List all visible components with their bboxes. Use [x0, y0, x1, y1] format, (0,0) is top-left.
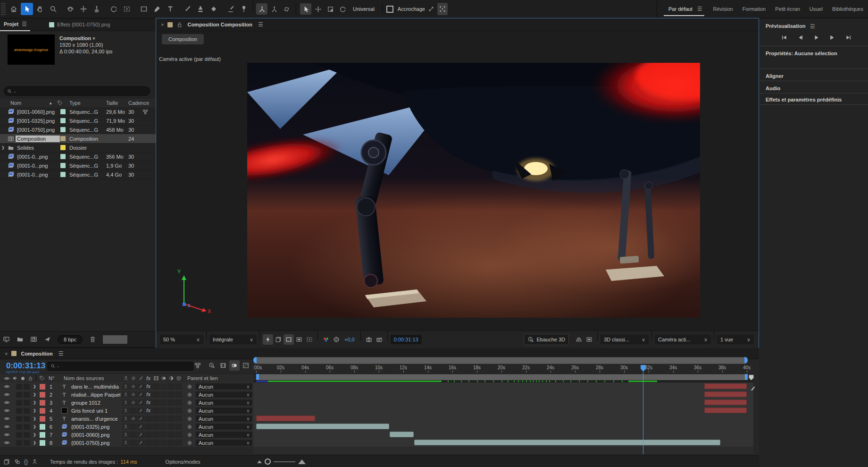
layer-toggle-cell[interactable] [24, 392, 30, 398]
project-item-row[interactable]: {0001-0...pngSéquenc...G4,4 Go30 [0, 170, 156, 179]
layer-switch-empty[interactable] [175, 432, 182, 438]
view-axis-mode[interactable] [281, 3, 292, 15]
layer-source-name[interactable]: {0001-0060}.png [71, 432, 120, 438]
preview-menu-icon[interactable]: ☰ [810, 23, 815, 30]
column-rate[interactable]: Cadence [128, 100, 149, 106]
timeline-navigator-bar[interactable] [253, 357, 748, 364]
layer-row[interactable]: ❯6{0001-0325}.pngundefinedAucun∨ [0, 423, 253, 431]
layer-expand-icon[interactable]: ❯ [33, 433, 36, 437]
parent-pickwhip-icon[interactable] [187, 440, 192, 446]
layer-switch-person[interactable] [122, 383, 129, 390]
label-color-swatch[interactable] [60, 136, 66, 141]
next-frame-button[interactable] [826, 34, 838, 41]
layer-toggle-cell[interactable] [24, 440, 30, 446]
label-column-icon[interactable] [39, 375, 45, 381]
hand-tool[interactable] [34, 3, 46, 15]
info-caret-icon[interactable]: ▾ [92, 35, 95, 41]
puppet-pin-tool[interactable] [238, 3, 250, 15]
zoom-slider-handle[interactable] [265, 459, 271, 465]
layer-switch-person[interactable] [122, 416, 129, 422]
layer-color-swatch[interactable] [40, 392, 45, 398]
orbit-camera-tool[interactable] [64, 3, 76, 15]
source-name-column-label[interactable]: Nom des sources [64, 375, 104, 381]
new-composition-icon[interactable] [30, 336, 37, 343]
layer-switch-sun[interactable] [130, 383, 137, 390]
layer-switch-empty[interactable] [152, 432, 159, 438]
layer-switch-sun[interactable] [130, 416, 137, 422]
layer-switch-empty[interactable] [175, 391, 182, 398]
switch-column-blurpair-icon[interactable] [160, 375, 167, 382]
layer-switch-cube[interactable]: undefined [175, 416, 182, 422]
layer-switch-sun[interactable] [130, 399, 137, 406]
layer-toggle-cell[interactable] [16, 416, 22, 422]
parent-pickwhip-icon[interactable] [187, 400, 192, 406]
layer-color-swatch[interactable] [40, 424, 45, 430]
label-color-swatch[interactable] [60, 154, 66, 159]
layer-switch-empty[interactable] [145, 424, 152, 430]
viewer-timecode[interactable]: 0:00:31:13 [391, 335, 422, 344]
snapping-label[interactable]: Accrochage [398, 6, 425, 12]
work-area-start-handle[interactable] [256, 374, 259, 380]
parent-dropdown[interactable]: Aucun∨ [196, 391, 252, 398]
parent-pickwhip-icon[interactable] [187, 432, 192, 438]
layer-switch-empty[interactable] [152, 408, 159, 414]
project-item-row[interactable]: [0001-0325].pngSéquenc...G71,9 Mo30 [0, 116, 156, 126]
navigator-right-handle[interactable] [744, 357, 748, 363]
layer-switch-blur[interactable]: undefined [160, 416, 167, 422]
layer-switch-empty[interactable] [130, 440, 137, 446]
layer-visibility-icon[interactable] [4, 432, 10, 438]
delete-item-icon[interactable] [89, 336, 96, 343]
interpret-footage-icon[interactable] [3, 336, 10, 343]
pan-camera-tool[interactable] [77, 3, 90, 15]
go-to-start-button[interactable] [778, 34, 790, 41]
lock-column-icon[interactable] [28, 376, 33, 381]
parent-dropdown[interactable]: Aucun∨ [196, 416, 252, 422]
magnification-dropdown[interactable]: 50 %∨ [160, 335, 203, 344]
region-of-interest-icon[interactable] [294, 334, 304, 345]
audio-column-icon[interactable] [12, 375, 18, 381]
label-color-swatch[interactable] [60, 172, 66, 177]
layer-duration-bar[interactable] [256, 424, 389, 429]
solo-column-icon[interactable] [21, 377, 25, 380]
workspace-tab-petit-cran[interactable]: Petit écran [770, 6, 805, 12]
previous-frame-button[interactable] [794, 34, 806, 41]
layer-switch-empty[interactable] [130, 408, 137, 414]
layer-expand-icon[interactable]: ❯ [33, 408, 36, 413]
panel-menu-icon[interactable]: ☰ [22, 21, 26, 27]
views-dropdown[interactable]: 1 vue∨ [717, 335, 754, 344]
switch-column-film-icon[interactable] [152, 375, 159, 382]
layer-color-swatch[interactable] [40, 440, 45, 446]
selected-item-name[interactable]: Composition [59, 35, 91, 41]
project-item-row[interactable]: [0001-0750].pngSéquenc...G458 Mo30 [0, 125, 156, 135]
layer-toggle-cell[interactable] [24, 408, 30, 414]
timeline-search-input[interactable]: ⌄ [47, 362, 193, 371]
label-color-swatch[interactable] [60, 145, 66, 150]
viewport-image[interactable] [247, 63, 700, 318]
layer-duration-bar[interactable] [256, 416, 315, 421]
layer-toggle-cell[interactable] [16, 440, 22, 446]
layer-row[interactable]: ❯2réalisé...ilippe PaquetfxundefinedAucu… [0, 391, 253, 399]
draft-3d-toggle-icon[interactable] [207, 360, 217, 371]
audio-panel-title[interactable]: Audio [766, 85, 780, 91]
label-color-swatch[interactable] [60, 109, 66, 114]
sort-ascending-icon[interactable]: ▲ [49, 101, 52, 105]
layer-visibility-icon[interactable] [4, 440, 10, 446]
number-column-label[interactable]: N° [49, 375, 54, 381]
options-modes-toggle[interactable]: Options/modes [166, 459, 200, 465]
layer-switch-empty[interactable] [152, 424, 159, 430]
draft-3d-button[interactable]: Ebauche 3D [524, 334, 569, 345]
layer-switch-sun[interactable] [130, 391, 137, 398]
layer-expand-icon[interactable]: ❯ [33, 392, 36, 397]
layer-source-name[interactable]: {0001-0750}.png [71, 440, 120, 446]
layer-switch-empty[interactable] [130, 424, 137, 430]
project-item-name[interactable]: {0001-0...png [17, 154, 58, 160]
workspace-tab-usuel[interactable]: Usuel [805, 6, 827, 12]
layer-track[interactable] [253, 439, 753, 447]
layer-switch-slash[interactable] [137, 440, 144, 446]
workspace-tab-formation[interactable]: Formation [738, 6, 771, 12]
camera-dropdown[interactable]: Caméra acti...∨ [655, 335, 711, 344]
layer-switch-empty[interactable] [145, 440, 152, 446]
layer-visibility-icon[interactable] [4, 408, 10, 414]
brush-tool[interactable] [181, 3, 193, 15]
project-item-name[interactable]: {0001-0...png [17, 172, 58, 178]
